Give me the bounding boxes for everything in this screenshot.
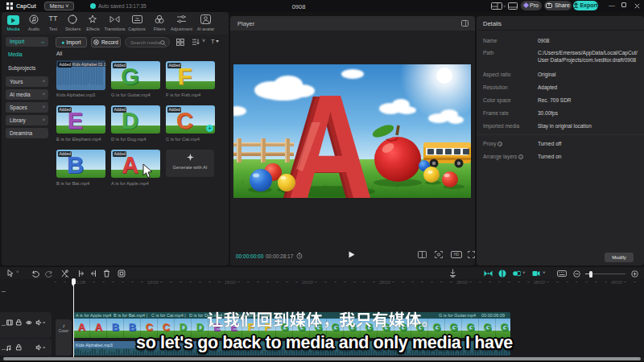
svg-text:A: A — [287, 64, 374, 198]
